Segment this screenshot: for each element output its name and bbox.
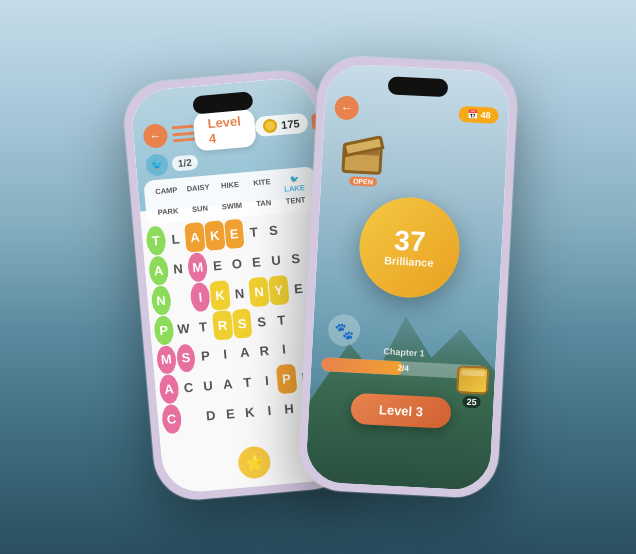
cell-1-4: O xyxy=(226,248,247,278)
menu-icon[interactable] xyxy=(172,125,195,143)
word-sun: SUN xyxy=(186,202,215,215)
cell-5-5: I xyxy=(256,366,277,396)
score-circle: 37 Brilliance xyxy=(357,194,462,299)
cell-5-1: C xyxy=(178,373,199,403)
coins-display: 175 xyxy=(254,113,308,137)
word-camp: CAMP xyxy=(152,184,182,206)
cell-4-0: M xyxy=(156,345,177,375)
cell-2-4: N xyxy=(229,278,250,308)
word-daisy: DAISY xyxy=(184,181,214,203)
cell-1-1: N xyxy=(168,254,189,284)
score-label: Brilliance xyxy=(384,254,434,269)
cell-2-2: I xyxy=(190,282,211,312)
phones-container: ← Level 4 175 🛒 xyxy=(118,60,518,495)
progress-text: 1/2 xyxy=(171,154,198,171)
cell-5-0: A xyxy=(158,374,179,404)
cell-3-6: T xyxy=(271,305,292,335)
cell-6-2: D xyxy=(200,401,221,431)
chest-container[interactable]: OPEN xyxy=(341,128,388,175)
back-button-right[interactable]: ← xyxy=(334,95,359,120)
cell-5-2: U xyxy=(198,371,219,401)
score-number: 37 xyxy=(394,226,427,256)
word-tan: TAN xyxy=(249,197,278,210)
cell-4-4: A xyxy=(234,338,255,368)
cell-0-5: T xyxy=(243,217,264,247)
cell-1-6: U xyxy=(266,245,287,275)
cell-6-3: E xyxy=(220,399,241,429)
cell-4-3: I xyxy=(215,339,236,369)
cell-3-5: S xyxy=(251,306,272,336)
cell-5-6: P xyxy=(276,364,297,394)
word-swim: SWIM xyxy=(217,199,246,212)
cell-4-1: S xyxy=(175,343,196,373)
cell-3-1: W xyxy=(173,313,194,343)
phone-right-screen: ← 📅 48 OPEN xyxy=(305,62,511,490)
word-park: PARK xyxy=(154,205,183,218)
cell-0-3: K xyxy=(204,220,225,250)
cell-3-0: P xyxy=(153,315,174,345)
cell-6-6: H xyxy=(279,394,300,424)
cell-1-5: E xyxy=(246,247,267,277)
cell-2-5: N xyxy=(249,276,270,306)
cell-0-0: T xyxy=(145,226,166,256)
cell-2-7: E xyxy=(288,273,309,303)
right-header: ← 📅 48 xyxy=(324,94,509,128)
cell-6-5: I xyxy=(259,396,280,426)
cell-1-7: S xyxy=(285,243,306,273)
progress-area: 🐦 1/2 xyxy=(145,150,199,176)
chapter-progress-text: 2/4 xyxy=(397,363,409,373)
cell-5-4: T xyxy=(237,367,258,397)
level-badge: Level 4 xyxy=(193,108,257,151)
word-tent: TENT xyxy=(281,194,310,207)
cell-6-0: C xyxy=(161,404,182,434)
word-lake: 🐦LAKE xyxy=(279,173,309,195)
cell-0-4: E xyxy=(224,219,245,249)
cell-4-5: R xyxy=(254,336,275,366)
cell-5-3: A xyxy=(217,369,238,399)
cell-0-6: S xyxy=(263,215,284,245)
cell-0-7 xyxy=(283,214,304,244)
days-badge: 📅 48 xyxy=(459,105,499,123)
coin-reward: 25 xyxy=(455,365,489,409)
cell-4-6: I xyxy=(273,334,294,364)
cell-1-3: E xyxy=(207,250,228,280)
cell-2-0: N xyxy=(151,285,172,315)
cell-0-2: A xyxy=(185,222,206,252)
level-button[interactable]: Level 3 xyxy=(350,392,452,428)
bird-icon: 🐦 xyxy=(145,153,169,177)
cell-2-3: K xyxy=(209,280,230,310)
paw-badge: 🐾 xyxy=(327,313,361,347)
cell-1-2: M xyxy=(187,252,208,282)
cell-2-6: Y xyxy=(268,275,289,305)
cell-1-0: A xyxy=(148,255,169,285)
open-badge: OPEN xyxy=(349,176,377,186)
phone-right: ← 📅 48 OPEN xyxy=(297,54,519,499)
cell-6-4: K xyxy=(239,397,260,427)
cell-4-2: P xyxy=(195,341,216,371)
cell-2-1 xyxy=(170,283,191,313)
dynamic-island-right xyxy=(388,76,449,97)
cell-3-2: T xyxy=(192,311,213,341)
coin-reward-number: 25 xyxy=(462,395,481,408)
cell-3-3: R xyxy=(212,310,233,340)
coin-icon xyxy=(263,118,278,133)
cell-0-1: L xyxy=(165,224,186,254)
back-button-left[interactable]: ← xyxy=(142,123,168,149)
word-kite: KITE xyxy=(247,176,277,198)
cell-3-4: S xyxy=(232,308,253,338)
cell-6-1 xyxy=(181,402,202,432)
word-hike: HIKE xyxy=(216,178,246,200)
